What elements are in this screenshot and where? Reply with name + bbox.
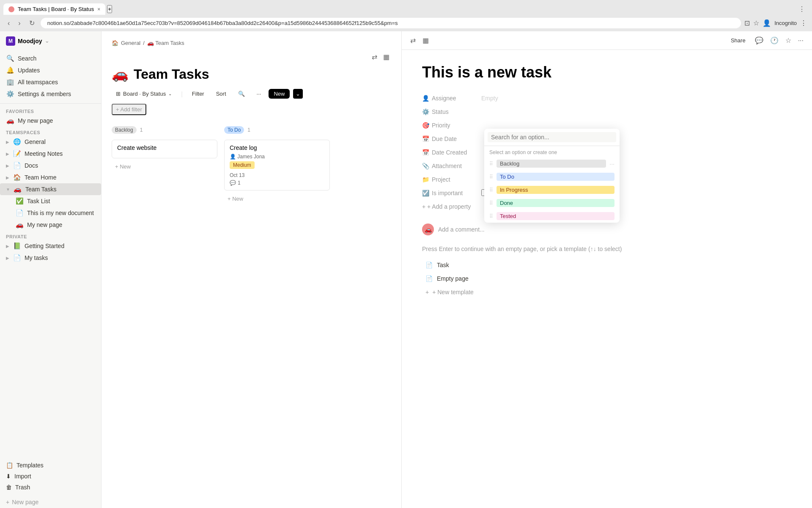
dropdown-search [484,129,620,146]
sidebar-item-search[interactable]: 🔍 Search [0,52,101,64]
template-task[interactable]: 📄 Task [422,259,792,271]
sidebar-item-settings[interactable]: ⚙️ Settings & members [0,88,101,100]
arrows-icon[interactable]: ⇄ [409,35,417,46]
status-option-done[interactable]: ⠿ Done [484,196,620,210]
board-emoji-icon: 🚗 [112,66,129,82]
sidebar-item-my-new-page[interactable]: 🚗 My new page [0,219,101,231]
add-filter-button[interactable]: + Add filter [112,104,146,115]
todo-count: 1 [247,127,250,133]
incognito-label: Incognito [774,20,797,26]
sidebar-item-trash[interactable]: 🗑 Trash [6,482,95,493]
panel-icon[interactable]: ▦ [421,35,431,46]
assignee-value[interactable]: Empty [481,95,792,102]
sidebar-item-new-document[interactable]: 📄 This is my new document [0,207,101,219]
card-create-log[interactable]: Create log 👤 James Jona Medium Oct 13 💬 … [224,140,330,190]
getting-started-icon: 📗 [13,242,21,250]
new-document-icon: 📄 [15,209,24,217]
sidebar-item-my-tasks[interactable]: ▶ 📄 My tasks [0,252,101,264]
workspace-name[interactable]: M Moodjoy ⌄ [6,36,49,46]
comment-icon[interactable]: 💬 [753,35,765,46]
clock-icon[interactable]: 🕐 [768,35,780,46]
star-icon[interactable]: ☆ [784,35,793,46]
task-template-icon: 📄 [425,262,433,268]
sidebar-item-team-home[interactable]: ▶ 🏠 Team Home [0,171,101,183]
board-view-button[interactable]: ⊞ Board · By Status ⌄ [112,89,176,99]
status-option-todo[interactable]: ⠿ To Do [484,170,620,183]
property-status: ⚙️ Status [422,105,792,119]
status-search-input[interactable] [488,132,616,142]
new-dropdown-button[interactable]: ⌄ [293,89,303,99]
new-page-button[interactable]: + New page [0,496,101,508]
profile-icon[interactable]: 👤 [763,19,771,27]
sort-button[interactable]: Sort [212,89,230,99]
tab-close-button[interactable]: × [97,6,100,12]
url-field[interactable]: notion.so/2abbade7c80046b1ae50d1a75ecc70… [41,18,741,28]
breadcrumb-emoji: 🚗 [147,40,154,46]
card-create-website-title: Create website [117,144,212,151]
new-template-button[interactable]: + + New template [422,286,792,298]
sidebar-item-updates[interactable]: 🔔 Updates [0,64,101,76]
due-date-prop-icon: 📅 [422,135,429,142]
cast-icon[interactable]: ⊡ [744,19,750,27]
import-icon: ⬇ [6,473,11,480]
general-chevron-icon: ▶ [6,140,9,144]
detail-more-icon[interactable]: ··· [796,35,805,46]
task-title[interactable]: This is a new task [422,64,792,81]
date-created-prop-icon: 📅 [422,149,429,156]
back-button[interactable]: ‹ [5,18,12,29]
share-button[interactable]: Share [727,36,750,45]
assignee-label: 👤 Assignee [422,95,481,102]
browser-menu-icon[interactable]: ⋮ [795,3,809,15]
forward-button[interactable]: › [16,18,23,29]
sidebar-item-templates[interactable]: 📋 Templates [6,460,95,471]
card-priority-badge: Medium [230,161,324,171]
sidebar-nav-section: 🔍 Search 🔔 Updates 🏢 All teamspaces ⚙️ S… [0,51,101,102]
active-tab[interactable]: Team Tasks | Board · By Status × [3,3,105,15]
table-icon[interactable]: ▦ [381,51,391,63]
meeting-notes-chevron-icon: ▶ [6,152,9,156]
sidebar-item-meeting-notes[interactable]: ▶ 📝 Meeting Notes [0,148,101,160]
search-button[interactable]: 🔍 [234,89,249,99]
comment-input[interactable]: Add a comment... [438,226,792,233]
sidebar-item-all-teamspaces[interactable]: 🏢 All teamspaces [0,76,101,88]
project-label: 📁 Project [422,176,481,183]
reload-button[interactable]: ↻ [27,17,37,29]
status-option-tested[interactable]: ⠿ Tested [484,210,620,223]
templates-icon: 📋 [6,462,13,469]
expand-arrows-icon[interactable]: ⇄ [370,51,379,63]
filter-button[interactable]: Filter [188,89,208,99]
board-columns: Backlog 1 Create website + New To Do 1 [102,124,401,508]
more-options-button[interactable]: ··· [252,89,266,99]
backlog-more-icon[interactable]: ··· [609,160,614,167]
board-toolbar: ⊞ Board · By Status ⌄ | Filter Sort 🔍 ··… [112,89,391,104]
drag-handle-icon: ⠿ [489,200,493,206]
sidebar-item-general[interactable]: ▶ 🌐 General [0,136,101,148]
new-backlog-card-button[interactable]: + New [112,162,217,171]
template-empty-page[interactable]: 📄 Empty page [422,273,792,284]
new-button[interactable]: New [269,89,290,99]
filter-row: + Add filter [112,104,391,119]
new-todo-card-button[interactable]: + New [224,194,330,204]
assignee-icon: 👤 [230,154,236,160]
sidebar-item-getting-started[interactable]: ▶ 📗 Getting Started [0,240,101,252]
sidebar-item-docs[interactable]: ▶ 📄 Docs [0,160,101,171]
status-option-backlog[interactable]: ⠿ Backlog ··· [484,157,620,170]
address-bar: ‹ › ↻ notion.so/2abbade7c80046b1ae50d1a7… [0,15,812,31]
extensions-icon[interactable]: ⋮ [800,19,807,27]
card-create-website[interactable]: Create website [112,140,217,158]
sidebar-item-my-new-page-fav[interactable]: 🚗 My new page [0,115,101,127]
sidebar-item-team-tasks[interactable]: ▼ 🚗 Team Tasks [0,183,101,195]
board-column-todo: To Do 1 Create log 👤 James Jona Medium O… [224,124,330,501]
sidebar-item-task-list[interactable]: ✅ Task List [0,195,101,207]
new-tab-button[interactable]: + [107,5,112,13]
settings-icon: ⚙️ [6,90,14,98]
browser-actions: ⊡ ☆ 👤 Incognito ⋮ [744,19,807,27]
bookmark-icon[interactable]: ☆ [753,19,759,27]
breadcrumb-general[interactable]: General [121,40,140,46]
sidebar-item-import[interactable]: ⬇ Import [6,471,95,482]
new-template-plus-icon: + [425,289,429,295]
new-page-plus-icon: + [6,499,9,505]
backlog-badge: Backlog [112,126,137,134]
tab-title: Team Tasks | Board · By Status [18,6,94,12]
status-option-inprogress[interactable]: ⠿ In Progress [484,183,620,196]
